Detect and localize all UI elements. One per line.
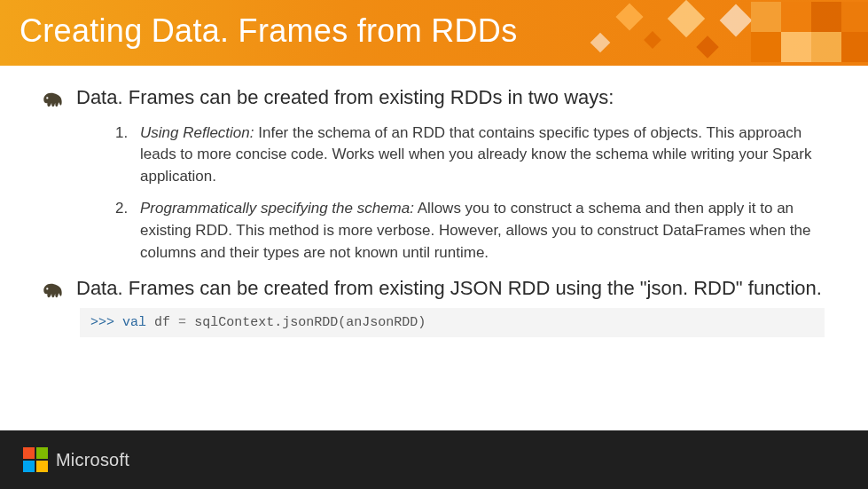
svg-point-1: [46, 288, 48, 290]
item-emph: Using Reflection:: [140, 124, 254, 141]
microsoft-wordmark: Microsoft: [56, 450, 129, 470]
code-lhs: df: [154, 315, 170, 330]
bullet-1: Data. Frames can be created from existin…: [41, 85, 827, 110]
slide: Creating Data. Frames from RDDs Data. Fr…: [0, 0, 868, 489]
bullet-2: Data. Frames can be created from existin…: [41, 276, 827, 301]
slide-title: Creating Data. Frames from RDDs: [0, 0, 868, 50]
footer: Microsoft: [0, 430, 868, 489]
code-rhs: sqlContext.jsonRDD(anJsonRDD): [194, 315, 426, 330]
bullet-1-text: Data. Frames can be created from existin…: [76, 85, 614, 110]
item-emph: Programmatically specifying the schema:: [140, 200, 414, 217]
list-item: Using Reflection: Infer the schema of an…: [115, 122, 816, 188]
code-op: =: [178, 315, 186, 330]
list-item: Programmatically specifying the schema: …: [115, 198, 816, 264]
code-keyword: val: [122, 315, 146, 330]
bullet-2-text: Data. Frames can be created from existin…: [76, 276, 822, 301]
hadoop-elephant-icon: [41, 281, 64, 299]
microsoft-tiles-icon: [23, 447, 48, 472]
svg-point-0: [46, 97, 48, 99]
code-block: >>> val df = sqlContext.jsonRDD(anJsonRD…: [80, 308, 825, 337]
code-prompt: >>>: [90, 315, 114, 330]
numbered-list: Using Reflection: Infer the schema of an…: [115, 122, 827, 264]
hadoop-elephant-icon: [41, 91, 64, 108]
slide-body: Data. Frames can be created from existin…: [0, 66, 868, 337]
microsoft-logo: Microsoft: [23, 447, 129, 472]
title-bar: Creating Data. Frames from RDDs: [0, 0, 868, 66]
